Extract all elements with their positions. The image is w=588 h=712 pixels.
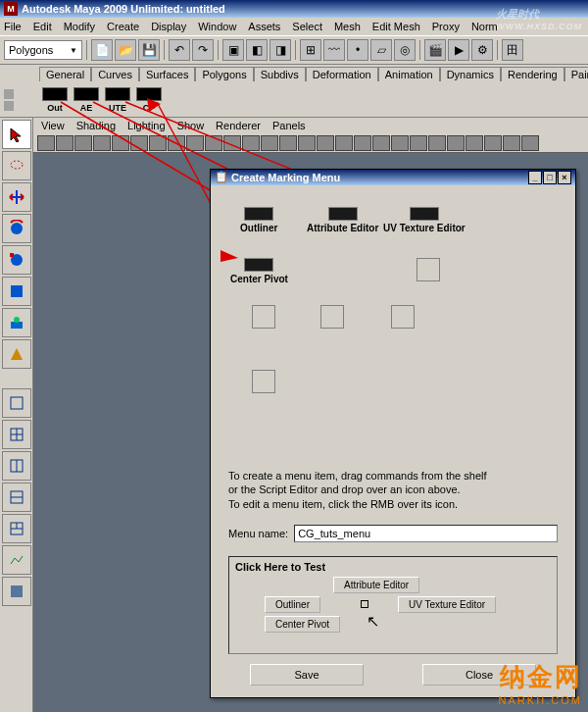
shelf-tab-polygons[interactable]: Polygons (195, 67, 253, 81)
undo-icon[interactable]: ↶ (169, 39, 190, 61)
layout-four[interactable] (2, 420, 31, 449)
mm-slot-nw[interactable]: Outliner (240, 207, 277, 233)
mode-dropdown[interactable]: Polygons (4, 40, 82, 60)
app-icon: M (4, 2, 18, 16)
view-menu-panels[interactable]: Panels (272, 120, 306, 131)
watermark-bottom: 纳金网 NARKII.COM (499, 660, 582, 706)
manip-tool[interactable] (2, 277, 31, 306)
scale-tool[interactable] (2, 245, 31, 275)
select-hier-icon[interactable]: ▣ (222, 39, 244, 61)
shelf-item-outliner[interactable]: Out (39, 87, 71, 113)
mm-slot-n[interactable]: Attribute Editor (307, 207, 378, 233)
shelf-tab-deformation[interactable]: Deformation (306, 67, 378, 81)
menu-edit[interactable]: Edit (33, 21, 52, 32)
mm-slot-extra[interactable] (252, 370, 275, 393)
layout-single[interactable] (2, 388, 31, 418)
menu-name-input[interactable] (294, 525, 558, 542)
view-icon[interactable] (37, 135, 55, 151)
soft-mod-tool[interactable] (2, 308, 31, 337)
shelf-tab-general[interactable]: General (39, 67, 91, 81)
snap-point-icon[interactable]: • (347, 39, 368, 61)
shelf-item-ae[interactable]: AE (71, 87, 102, 113)
mm-slot-se[interactable] (391, 305, 415, 329)
view-menu-lighting[interactable]: Lighting (127, 120, 166, 131)
test-btn-w[interactable]: Outliner (265, 596, 320, 613)
redo-icon[interactable]: ↷ (192, 39, 214, 61)
shelf-tab-surfaces[interactable]: Surfaces (139, 67, 195, 81)
mm-slot-e[interactable] (416, 258, 440, 281)
select-comp-icon[interactable]: ◨ (270, 39, 291, 61)
menu-file[interactable]: File (4, 21, 22, 32)
marking-menu-layout[interactable]: Outliner Attribute Editor UV Texture Edi… (211, 185, 575, 465)
maximize-button[interactable]: □ (543, 171, 557, 184)
snap-grid-icon[interactable]: ⊞ (300, 39, 321, 61)
shelf-handle[interactable] (4, 89, 39, 111)
view-menu-view[interactable]: View (41, 120, 65, 131)
test-area[interactable]: Click Here to Test Attribute Editor Outl… (228, 556, 558, 654)
create-marking-menu-dialog: 📋 Create Marking Menu _ □ × Outliner Att… (210, 169, 576, 698)
menu-display[interactable]: Display (151, 21, 186, 32)
layout-two-stack[interactable] (2, 483, 31, 512)
shelf-item-cp[interactable]: CP (133, 87, 165, 113)
svg-point-6 (14, 317, 20, 323)
menu-mesh[interactable]: Mesh (334, 21, 361, 32)
ipr-icon[interactable]: ▶ (448, 39, 469, 61)
dialog-title-bar[interactable]: 📋 Create Marking Menu _ □ × (211, 170, 575, 185)
cursor-icon: ↖ (367, 612, 379, 631)
shelf-tab-subdivs[interactable]: Subdivs (254, 67, 306, 81)
last-tool[interactable] (2, 339, 31, 369)
menu-create[interactable]: Create (107, 21, 139, 32)
lasso-tool[interactable] (2, 151, 31, 180)
mm-slot-s[interactable] (320, 305, 344, 329)
layout-graph[interactable] (2, 545, 31, 575)
window-title: Autodesk Maya 2009 Unlimited: untitled (22, 3, 225, 15)
menu-window[interactable]: Window (198, 21, 236, 32)
layout-three[interactable] (2, 514, 31, 543)
view-menu-show[interactable]: Show (177, 120, 205, 131)
move-tool[interactable] (2, 182, 31, 212)
svg-point-1 (11, 223, 23, 234)
shelf-tab-dynamics[interactable]: Dynamics (440, 67, 501, 81)
snap-plane-icon[interactable]: ▱ (370, 39, 392, 61)
mm-slot-sw[interactable] (252, 305, 275, 329)
view-toolbar (33, 133, 588, 153)
snap-curve-icon[interactable]: 〰 (323, 39, 345, 61)
snap-live-icon[interactable]: ◎ (394, 39, 416, 61)
menu-modify[interactable]: Modify (64, 21, 95, 32)
layout-icon[interactable]: 田 (502, 39, 523, 61)
test-btn-n[interactable]: Attribute Editor (333, 577, 419, 593)
shelf-tab-curves[interactable]: Curves (91, 67, 139, 81)
save-scene-icon[interactable]: 💾 (138, 39, 160, 61)
open-scene-icon[interactable]: 📂 (115, 39, 136, 61)
menu-select[interactable]: Select (292, 21, 322, 32)
menu-normals[interactable]: Norm (471, 21, 498, 32)
rotate-tool[interactable] (2, 214, 31, 243)
view-menu-shading[interactable]: Shading (76, 120, 116, 131)
menu-name-row: Menu name: (211, 515, 575, 552)
svg-rect-7 (11, 397, 23, 409)
test-btn-sw[interactable]: Center Pivot (265, 616, 340, 633)
svg-rect-3 (10, 253, 14, 257)
status-toolbar: Polygons 📄 📂 💾 ↶ ↷ ▣ ◧ ◨ ⊞ 〰 • ▱ ◎ 🎬 ▶ ⚙… (0, 35, 588, 65)
shelf-tab-rendering[interactable]: Rendering (501, 67, 564, 81)
close-button[interactable]: × (558, 171, 571, 184)
save-button[interactable]: Save (250, 664, 364, 686)
shelf-tab-painteffects[interactable]: PaintEffects (564, 67, 588, 81)
menu-assets[interactable]: Assets (248, 21, 280, 32)
layout-two-side[interactable] (2, 451, 31, 481)
test-btn-e[interactable]: UV Texture Editor (398, 596, 496, 613)
select-tool[interactable] (2, 120, 31, 149)
view-menu-renderer[interactable]: Renderer (216, 120, 261, 131)
layout-custom[interactable] (2, 577, 31, 606)
minimize-button[interactable]: _ (528, 171, 542, 184)
new-scene-icon[interactable]: 📄 (91, 39, 113, 61)
menu-edit-mesh[interactable]: Edit Mesh (372, 21, 420, 32)
shelf-tab-animation[interactable]: Animation (378, 67, 440, 81)
shelf-tabs: General Curves Surfaces Polygons Subdivs… (0, 65, 588, 82)
render-icon[interactable]: 🎬 (424, 39, 446, 61)
render-settings-icon[interactable]: ⚙ (471, 39, 493, 61)
menu-proxy[interactable]: Proxy (432, 21, 460, 32)
select-obj-icon[interactable]: ◧ (246, 39, 268, 61)
shelf-item-ute[interactable]: UTE (102, 87, 133, 113)
mm-slot-ne[interactable]: UV Texture Editor (383, 207, 466, 233)
